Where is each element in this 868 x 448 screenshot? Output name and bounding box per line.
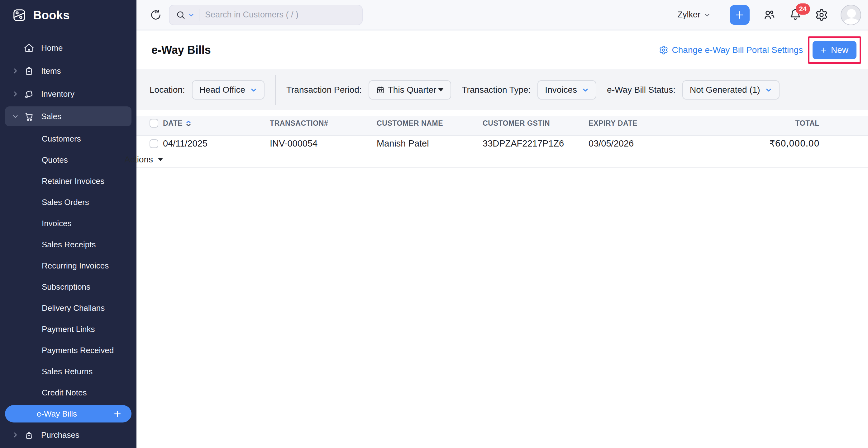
topbar: Zylker [136,0,868,31]
global-search[interactable] [169,5,363,25]
sidebar-item-label: Quotes [42,155,68,165]
quick-create-plus-icon[interactable] [730,5,750,25]
sidebar-item-sales-returns[interactable]: Sales Returns [0,361,136,382]
sort-icon[interactable] [186,120,191,127]
sidebar-item-label: Items [41,66,61,76]
users-icon[interactable] [763,8,776,22]
chevron-right-icon [10,91,20,97]
period-filter-label: Transaction Period: [286,85,362,95]
type-filter-dropdown[interactable]: Invoices [537,80,596,100]
app-logo[interactable]: Books [0,0,136,31]
search-scope-chevron-icon[interactable] [188,12,194,18]
sidebar-item-label: e-Way Bills [37,409,77,419]
annotation-highlight-box: + New [808,36,861,64]
row-checkbox[interactable] [150,139,158,148]
sidebar-item-label: Invoices [42,219,71,228]
bell-icon[interactable]: 24 [789,8,802,22]
column-header-expiry[interactable]: EXPIRY DATE [589,119,694,128]
sidebar-item-delivery-challans[interactable]: Delivery Challans [0,298,136,318]
status-filter-value: Not Generated (1) [690,85,760,95]
topbar-divider [720,6,720,24]
period-filter-dropdown[interactable]: This Quarter [369,80,452,100]
content-empty-area [136,168,868,448]
sidebar-item-label: Subscriptions [42,282,90,292]
column-header-total[interactable]: TOTAL [763,119,825,128]
sidebar-item-customers[interactable]: Customers [0,128,136,149]
row-expiry-date: 03/05/2026 [589,138,694,149]
row-customer-name: Manish Patel [377,138,483,149]
location-filter-value: Head Office [199,85,245,95]
sidebar-item-recurring-invoices[interactable]: Recurring Invoices [0,255,136,276]
caret-down-icon [158,158,163,161]
app-name: Books [33,9,70,22]
sidebar-item-label: Sales [41,112,61,121]
column-header-customer[interactable]: CUSTOMER NAME [377,119,483,128]
status-filter-label: e-Way Bill Status: [607,85,676,95]
avatar[interactable] [841,5,861,25]
sidebar-item-label: Payments Received [42,346,114,355]
topbar-right: Zylker [678,5,862,25]
home-icon [22,42,36,54]
sidebar-item-label: Delivery Challans [42,303,105,313]
select-all-checkbox[interactable] [150,119,158,128]
org-selector[interactable]: Zylker [678,10,711,20]
sidebar-item-payment-links[interactable]: Payment Links [0,318,136,340]
sidebar-item-eway-bills[interactable]: e-Way Bills [5,405,131,422]
page-header-actions: Change e-Way Bill Portal Settings + New [659,36,861,64]
quick-add-plus-icon[interactable] [113,409,122,418]
sidebar-item-credit-notes[interactable]: Credit Notes [0,382,136,403]
row-actions-dropdown[interactable]: Actions [150,154,163,165]
org-name: Zylker [678,10,701,20]
table-header: DATE TRANSACTION# CUSTOMER NAME CUSTOMER… [136,116,868,136]
sidebar: Books Home [0,0,136,448]
sidebar-item-label: Home [41,43,63,53]
sidebar-item-invoices[interactable]: Invoices [0,213,136,234]
books-logo-icon [12,8,26,22]
sidebar-item-label: Recurring Invoices [42,261,109,271]
sidebar-item-home[interactable]: Home [0,37,136,59]
chevron-right-icon [10,68,20,74]
type-filter-label: Transaction Type: [462,85,531,95]
sidebar-item-sales-receipts[interactable]: Sales Receipts [0,234,136,255]
sidebar-item-label: Payment Links [42,324,95,334]
sidebar-item-subscriptions[interactable]: Subscriptions [0,276,136,298]
column-header-transaction[interactable]: TRANSACTION# [270,119,377,128]
sidebar-item-label: Sales Orders [42,198,89,207]
sidebar-item-items[interactable]: Items [0,60,136,81]
status-filter-dropdown[interactable]: Not Generated (1) [682,80,779,100]
table-row[interactable]: 04/11/2025 INV-000054 Manish Patel 33DPZ… [136,136,868,168]
search-icon [176,10,186,20]
gear-icon[interactable] [815,8,828,22]
sidebar-item-sales[interactable]: Sales [5,106,131,126]
items-bag-icon [22,65,36,76]
inventory-icon [22,89,36,100]
sidebar-item-inventory[interactable]: Inventory [0,83,136,105]
sidebar-item-retainer-invoices[interactable]: Retainer Invoices [0,171,136,192]
sidebar-item-label: Retainer Invoices [42,176,104,186]
recent-history-icon[interactable] [150,9,162,21]
sidebar-item-label: Sales Returns [42,367,93,376]
column-header-gstin[interactable]: CUSTOMER GSTIN [483,119,589,128]
gear-icon [659,45,668,55]
column-header-date[interactable]: DATE [163,119,270,128]
caret-down-icon [438,88,444,92]
row-date: 04/11/2025 [163,138,270,149]
sidebar-item-payments-received[interactable]: Payments Received [0,340,136,361]
search-input[interactable] [205,10,356,20]
app-root: Books Home [0,0,868,448]
new-button[interactable]: + New [812,41,857,59]
chevron-down-icon [704,12,710,18]
sidebar-item-purchases[interactable]: Purchases [0,424,136,446]
sidebar-item-quotes[interactable]: Quotes [0,149,136,171]
filter-bar: Location: Head Office Transaction Period… [136,69,868,110]
sidebar-item-sales-orders[interactable]: Sales Orders [0,192,136,213]
sidebar-item-label: Purchases [41,430,80,440]
calendar-icon [376,85,385,94]
purchases-bag-icon [22,429,36,441]
chevron-right-icon [10,432,20,438]
settings-link-label: Change e-Way Bill Portal Settings [672,45,803,55]
filter-divider [275,75,276,105]
location-filter-dropdown[interactable]: Head Office [192,80,265,100]
sidebar-nav: Home Items [0,31,136,447]
change-portal-settings-link[interactable]: Change e-Way Bill Portal Settings [659,45,803,55]
